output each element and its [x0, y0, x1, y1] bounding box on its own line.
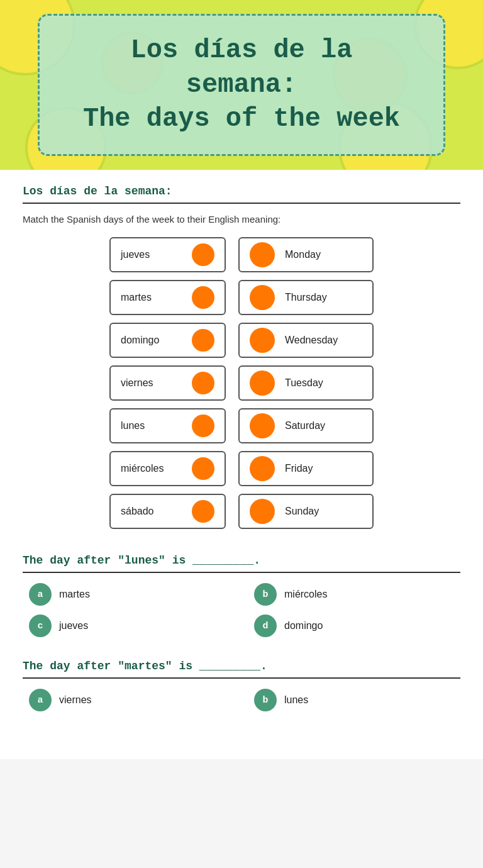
spanish-box-jueves[interactable]: jueves — [109, 237, 226, 272]
english-word: Tuesday — [285, 377, 323, 389]
question2-divider — [23, 677, 460, 679]
question1-title: The day after "lunes" is _________. — [23, 554, 460, 567]
table-row: miércoles Friday — [23, 451, 460, 486]
spanish-word: jueves — [121, 249, 150, 260]
english-box-thursday[interactable]: Thursday — [238, 280, 374, 315]
table-row: jueves Monday — [23, 237, 460, 272]
english-word: Thursday — [285, 292, 327, 303]
spanish-word: sábado — [121, 506, 154, 517]
choice-label-a2: viernes — [59, 694, 92, 706]
list-item[interactable]: a viernes — [29, 689, 229, 711]
spanish-box-viernes[interactable]: viernes — [109, 365, 226, 401]
page-title: Los días de la semana: The days of the w… — [71, 33, 412, 136]
spanish-word: viernes — [121, 377, 153, 389]
list-item[interactable]: c jueves — [29, 615, 229, 637]
list-item[interactable]: a martes — [29, 583, 229, 606]
english-box-friday[interactable]: Friday — [238, 451, 374, 486]
question1-section: The day after "lunes" is _________. a ma… — [23, 554, 460, 637]
english-box-saturday[interactable]: Saturday — [238, 408, 374, 443]
choice-badge-b2[interactable]: b — [254, 689, 277, 711]
connector-dot-right[interactable] — [250, 328, 275, 353]
choice-label-a: martes — [59, 589, 90, 600]
matching-container: jueves Monday martes Thursday domingo — [23, 237, 460, 529]
english-box-wednesday[interactable]: Wednesday — [238, 323, 374, 358]
connector-dot-right[interactable] — [250, 499, 275, 524]
table-row: lunes Saturday — [23, 408, 460, 443]
connector-dot-right[interactable] — [250, 456, 275, 481]
english-box-sunday[interactable]: Sunday — [238, 494, 374, 529]
spanish-box-domingo[interactable]: domingo — [109, 323, 226, 358]
english-word: Monday — [285, 249, 321, 260]
spanish-box-lunes[interactable]: lunes — [109, 408, 226, 443]
spanish-box-martes[interactable]: martes — [109, 280, 226, 315]
connector-dot-left[interactable] — [192, 500, 214, 523]
question1-divider — [23, 572, 460, 573]
english-word: Sunday — [285, 506, 319, 517]
connector-dot-left[interactable] — [192, 243, 214, 266]
spanish-word: domingo — [121, 335, 159, 346]
spanish-box-miercoles[interactable]: miércoles — [109, 451, 226, 486]
question1-choices: a martes b miércoles c jueves d — [23, 583, 460, 637]
connector-dot-right[interactable] — [250, 413, 275, 438]
list-item[interactable]: b miércoles — [254, 583, 454, 606]
connector-dot-right[interactable] — [250, 370, 275, 396]
title-box: Los días de la semana: The days of the w… — [38, 14, 445, 156]
table-row: martes Thursday — [23, 280, 460, 315]
english-word: Wednesday — [285, 335, 338, 346]
main-content: Los días de la semana: Match the Spanish… — [0, 170, 483, 759]
choice-label-b: miércoles — [284, 589, 327, 600]
spanish-word: miércoles — [121, 463, 164, 474]
spanish-box-sabado[interactable]: sábado — [109, 494, 226, 529]
choice-label-c: jueves — [59, 620, 88, 632]
choice-badge-a2[interactable]: a — [29, 689, 52, 711]
english-box-tuesday[interactable]: Tuesday — [238, 365, 374, 401]
connector-dot-left[interactable] — [192, 329, 214, 352]
english-word: Friday — [285, 463, 313, 474]
connector-dot-right[interactable] — [250, 285, 275, 310]
spanish-word: lunes — [121, 420, 145, 431]
choice-label-d: domingo — [284, 620, 323, 632]
connector-dot-left[interactable] — [192, 372, 214, 394]
connector-dot-left[interactable] — [192, 286, 214, 309]
section1-divider — [23, 203, 460, 204]
choice-badge-b[interactable]: b — [254, 583, 277, 606]
question2-title: The day after "martes" is _________. — [23, 660, 460, 672]
table-row: viernes Tuesday — [23, 365, 460, 401]
spanish-word: martes — [121, 292, 152, 303]
choice-badge-d[interactable]: d — [254, 615, 277, 637]
english-word: Saturday — [285, 420, 325, 431]
choice-badge-a[interactable]: a — [29, 583, 52, 606]
section1-title: Los días de la semana: — [23, 185, 460, 198]
matching-instructions: Match the Spanish days of the week to th… — [23, 214, 460, 225]
connector-dot-left[interactable] — [192, 415, 214, 437]
table-row: sábado Sunday — [23, 494, 460, 529]
list-item[interactable]: d domingo — [254, 615, 454, 637]
header-section: Los días de la semana: The days of the w… — [0, 0, 483, 170]
question2-section: The day after "martes" is _________. a v… — [23, 660, 460, 711]
choice-badge-c[interactable]: c — [29, 615, 52, 637]
choice-label-b2: lunes — [284, 694, 308, 706]
table-row: domingo Wednesday — [23, 323, 460, 358]
connector-dot-right[interactable] — [250, 242, 275, 267]
list-item[interactable]: b lunes — [254, 689, 454, 711]
connector-dot-left[interactable] — [192, 457, 214, 480]
question2-choices: a viernes b lunes — [23, 689, 460, 711]
english-box-monday[interactable]: Monday — [238, 237, 374, 272]
